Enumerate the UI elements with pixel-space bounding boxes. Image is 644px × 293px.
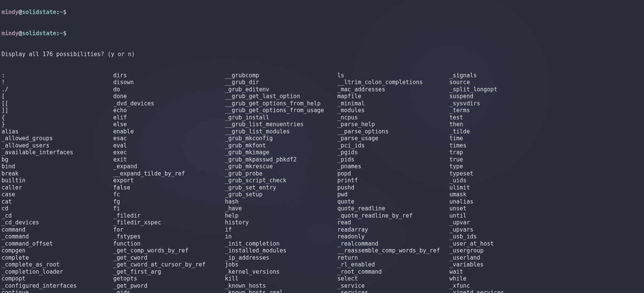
completion-item: pushd bbox=[337, 184, 449, 191]
completion-item: _installed_modules bbox=[225, 247, 337, 254]
completion-item: _pgids bbox=[337, 149, 449, 156]
completion-item: _command_offset bbox=[2, 240, 113, 248]
completion-item: hash bbox=[225, 198, 337, 205]
completion-item: compgen bbox=[2, 247, 113, 254]
completion-item: in bbox=[225, 233, 337, 240]
completion-item: for bbox=[113, 226, 225, 233]
completion-item: _grub_probe bbox=[225, 170, 337, 177]
completion-item: dirs bbox=[113, 72, 225, 79]
completion-item: bg bbox=[2, 156, 113, 163]
completion-item: trap bbox=[449, 149, 563, 156]
completion-item: true bbox=[449, 156, 563, 163]
completion-item: _terms bbox=[449, 107, 563, 114]
completion-item: _root_command bbox=[337, 268, 449, 276]
completion-item: else bbox=[113, 121, 225, 128]
completion-item: false bbox=[113, 184, 225, 191]
completion-item: disown bbox=[113, 79, 225, 86]
completion-item: esac bbox=[113, 135, 225, 142]
completion-item: cat bbox=[2, 198, 113, 205]
completion-item: alias bbox=[2, 128, 113, 135]
completion-item: _cd_devices bbox=[2, 219, 113, 226]
completion-item: jobs bbox=[225, 261, 337, 268]
completion-item: _command bbox=[2, 233, 113, 240]
completion-item: wait bbox=[449, 268, 563, 276]
completion-item: _expand bbox=[113, 163, 225, 170]
completion-item: umask bbox=[449, 191, 563, 198]
completion-item: _minimal bbox=[337, 100, 449, 107]
completion-item: exec bbox=[113, 149, 225, 156]
completion-item: _pci_ids bbox=[337, 142, 449, 149]
completion-item: _known_hosts_real bbox=[225, 289, 337, 293]
completion-col-0: :!./[[[]]{}alias_allowed_groups_allowed_… bbox=[2, 72, 113, 293]
completion-item: _grub_script_check bbox=[225, 177, 337, 184]
completion-item: quote_readline bbox=[337, 205, 449, 212]
completion-item: echo bbox=[113, 107, 225, 114]
completion-item: _completion_loader bbox=[2, 268, 113, 276]
completion-item: __expand_tilde_by_ref bbox=[113, 170, 225, 177]
completion-item: _parse_help bbox=[337, 121, 449, 128]
completion-item: return bbox=[337, 254, 449, 262]
completion-item: readarray bbox=[337, 226, 449, 233]
completion-item: read bbox=[337, 219, 449, 226]
completion-item: _init_completion bbox=[225, 240, 337, 248]
completion-item: _grub_set_entry bbox=[225, 184, 337, 191]
completion-item: do bbox=[113, 86, 225, 93]
completion-item: pwd bbox=[337, 191, 449, 198]
completion-item: enable bbox=[113, 128, 225, 135]
completion-item: { bbox=[2, 114, 113, 121]
completion-item: _known_hosts bbox=[225, 282, 337, 290]
completion-item: _grub_mkrescue bbox=[225, 163, 337, 170]
completion-col-2: __grubcomp__grub_dir_grub_editenv__grub_… bbox=[225, 72, 337, 293]
completion-item: _tilde bbox=[449, 128, 563, 135]
completion-item: function bbox=[113, 240, 225, 248]
completion-item: builtin bbox=[2, 177, 113, 184]
completion-item: __grubcomp bbox=[225, 72, 337, 79]
completion-item: exit bbox=[113, 156, 225, 163]
completion-item: _split_longopt bbox=[449, 86, 563, 93]
completion-item: kill bbox=[225, 275, 337, 282]
completion-item: complete bbox=[2, 254, 113, 262]
completion-item: _ncpus bbox=[337, 114, 449, 121]
terminal-viewport[interactable]: mindy@solidstate:~$ mindy@solidstate:~$ … bbox=[0, 0, 644, 293]
completion-item: ulimit bbox=[449, 184, 563, 191]
completion-item: __grub_get_options_from_help bbox=[225, 100, 337, 107]
completion-item: ./ bbox=[2, 86, 113, 93]
prompt-user: mindy bbox=[2, 9, 19, 16]
completion-item: until bbox=[449, 212, 563, 219]
completion-item: _grub_setup bbox=[225, 191, 337, 198]
prompt-at: @ bbox=[19, 9, 22, 16]
completion-item: caller bbox=[2, 184, 113, 191]
completion-item: bind bbox=[2, 163, 113, 170]
prompt-colon: : bbox=[56, 9, 60, 16]
completion-item: _user_at_host bbox=[449, 240, 563, 248]
completion-item: _available_interfaces bbox=[2, 149, 113, 156]
completion-item: _xfunc bbox=[449, 282, 563, 290]
completion-item: __grub_get_options_from_usage bbox=[225, 107, 337, 114]
completion-item: type bbox=[449, 163, 563, 170]
completion-item: _fstypes bbox=[113, 233, 225, 240]
prompt-path: ~ bbox=[60, 9, 63, 16]
completion-item: _get_first_arg bbox=[113, 268, 225, 276]
completion-item: _get_cword bbox=[113, 254, 225, 262]
completion-col-4: _signalssource_split_longoptsuspend_sysv… bbox=[449, 72, 563, 293]
completion-item: _grub_editenv bbox=[225, 86, 337, 93]
completion-item: _complete_as_root bbox=[2, 261, 113, 268]
completion-item: ]] bbox=[2, 107, 113, 114]
completion-item: [ bbox=[2, 93, 113, 100]
completion-item: continue bbox=[2, 289, 113, 293]
completion-item: _kernel_versions bbox=[225, 268, 337, 276]
completion-item: _variables bbox=[449, 261, 563, 268]
completion-columns: :!./[[[]]{}alias_allowed_groups_allowed_… bbox=[2, 72, 642, 293]
completion-item: case bbox=[2, 191, 113, 198]
completion-item: source bbox=[449, 79, 563, 86]
completion-item: _usb_ids bbox=[449, 233, 563, 240]
completion-item: _uids bbox=[449, 177, 563, 184]
completion-item: _quote_readline_by_ref bbox=[337, 212, 449, 219]
completion-item: unalias bbox=[449, 198, 563, 205]
prompt-line: mindy@solidstate:~$ bbox=[2, 30, 642, 37]
completion-item: _grub_install bbox=[225, 114, 337, 121]
completion-item: history bbox=[225, 219, 337, 226]
completion-item: popd bbox=[337, 170, 449, 177]
completion-item: _filedir bbox=[113, 212, 225, 219]
completion-item: _ip_addresses bbox=[225, 254, 337, 262]
